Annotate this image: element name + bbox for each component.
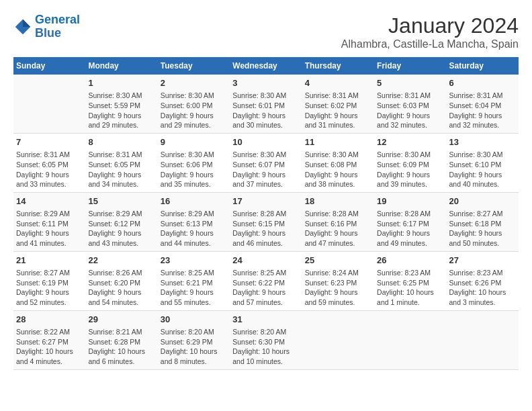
day-number: 10 — [232, 136, 299, 148]
calendar-cell: 29Sunrise: 8:21 AM Sunset: 6:28 PM Dayli… — [85, 310, 157, 369]
calendar-cell: 20Sunrise: 8:27 AM Sunset: 6:18 PM Dayli… — [447, 192, 519, 251]
cell-info: Sunrise: 8:27 AM Sunset: 6:18 PM Dayligh… — [449, 209, 516, 248]
cell-info: Sunrise: 8:30 AM Sunset: 6:06 PM Dayligh… — [161, 150, 227, 189]
calendar-week-row: 14Sunrise: 8:29 AM Sunset: 6:11 PM Dayli… — [13, 192, 519, 251]
cell-info: Sunrise: 8:27 AM Sunset: 6:19 PM Dayligh… — [16, 268, 83, 308]
cell-info: Sunrise: 8:28 AM Sunset: 6:17 PM Dayligh… — [377, 209, 443, 248]
weekday-header-sunday: Sunday — [13, 57, 85, 75]
calendar-cell: 18Sunrise: 8:28 AM Sunset: 6:16 PM Dayli… — [302, 192, 374, 251]
calendar-cell: 14Sunrise: 8:29 AM Sunset: 6:11 PM Dayli… — [13, 192, 85, 251]
day-number: 7 — [16, 136, 83, 148]
cell-info: Sunrise: 8:29 AM Sunset: 6:12 PM Dayligh… — [88, 209, 154, 248]
cell-info: Sunrise: 8:26 AM Sunset: 6:20 PM Dayligh… — [88, 268, 154, 308]
weekday-header-wednesday: Wednesday — [230, 57, 302, 75]
calendar-cell — [302, 310, 374, 369]
calendar-week-row: 7Sunrise: 8:31 AM Sunset: 6:05 PM Daylig… — [13, 133, 519, 192]
calendar-cell: 21Sunrise: 8:27 AM Sunset: 6:19 PM Dayli… — [13, 251, 85, 310]
calendar-cell: 13Sunrise: 8:30 AM Sunset: 6:10 PM Dayli… — [447, 133, 519, 192]
calendar-table: SundayMondayTuesdayWednesdayThursdayFrid… — [13, 57, 519, 370]
calendar-cell: 8Sunrise: 8:31 AM Sunset: 6:05 PM Daylig… — [85, 133, 157, 192]
cell-info: Sunrise: 8:20 AM Sunset: 6:29 PM Dayligh… — [161, 327, 227, 367]
calendar-cell: 3Sunrise: 8:30 AM Sunset: 6:01 PM Daylig… — [230, 75, 302, 133]
cell-info: Sunrise: 8:21 AM Sunset: 6:28 PM Dayligh… — [88, 327, 154, 367]
weekday-header-thursday: Thursday — [302, 57, 374, 75]
cell-info: Sunrise: 8:23 AM Sunset: 6:26 PM Dayligh… — [449, 268, 516, 308]
calendar-cell: 24Sunrise: 8:25 AM Sunset: 6:22 PM Dayli… — [230, 251, 302, 310]
calendar-cell: 7Sunrise: 8:31 AM Sunset: 6:05 PM Daylig… — [13, 133, 85, 192]
cell-info: Sunrise: 8:31 AM Sunset: 6:02 PM Dayligh… — [305, 91, 371, 130]
calendar-cell: 27Sunrise: 8:23 AM Sunset: 6:26 PM Dayli… — [447, 251, 519, 310]
day-number: 15 — [88, 195, 154, 208]
calendar-cell: 10Sunrise: 8:30 AM Sunset: 6:07 PM Dayli… — [230, 133, 302, 192]
day-number: 20 — [449, 195, 516, 208]
weekday-header-row: SundayMondayTuesdayWednesdayThursdayFrid… — [13, 57, 519, 75]
day-number: 21 — [16, 255, 83, 267]
calendar-cell: 11Sunrise: 8:30 AM Sunset: 6:08 PM Dayli… — [302, 133, 374, 192]
cell-info: Sunrise: 8:29 AM Sunset: 6:11 PM Dayligh… — [16, 209, 83, 248]
day-number: 13 — [449, 136, 516, 148]
day-number: 9 — [161, 136, 227, 148]
calendar-cell: 4Sunrise: 8:31 AM Sunset: 6:02 PM Daylig… — [302, 75, 374, 133]
cell-info: Sunrise: 8:30 AM Sunset: 5:59 PM Dayligh… — [88, 91, 154, 130]
cell-info: Sunrise: 8:25 AM Sunset: 6:21 PM Dayligh… — [161, 268, 227, 308]
calendar-cell: 31Sunrise: 8:20 AM Sunset: 6:30 PM Dayli… — [230, 310, 302, 369]
cell-info: Sunrise: 8:30 AM Sunset: 6:07 PM Dayligh… — [232, 150, 299, 189]
calendar-cell: 16Sunrise: 8:29 AM Sunset: 6:13 PM Dayli… — [158, 192, 230, 251]
calendar-cell — [13, 75, 85, 133]
day-number: 1 — [88, 77, 154, 89]
calendar-cell: 25Sunrise: 8:24 AM Sunset: 6:23 PM Dayli… — [302, 251, 374, 310]
cell-info: Sunrise: 8:31 AM Sunset: 6:04 PM Dayligh… — [449, 91, 516, 130]
title-block: January 2024 Alhambra, Castille-La Manch… — [341, 13, 519, 50]
day-number: 16 — [161, 195, 227, 208]
calendar-cell: 19Sunrise: 8:28 AM Sunset: 6:17 PM Dayli… — [374, 192, 446, 251]
calendar-cell — [447, 310, 519, 369]
calendar-week-row: 1Sunrise: 8:30 AM Sunset: 5:59 PM Daylig… — [13, 75, 519, 133]
cell-info: Sunrise: 8:28 AM Sunset: 6:16 PM Dayligh… — [305, 209, 371, 248]
day-number: 5 — [377, 77, 443, 89]
svg-marker-1 — [23, 19, 30, 27]
calendar-cell: 12Sunrise: 8:30 AM Sunset: 6:09 PM Dayli… — [374, 133, 446, 192]
cell-info: Sunrise: 8:28 AM Sunset: 6:15 PM Dayligh… — [232, 209, 299, 248]
cell-info: Sunrise: 8:20 AM Sunset: 6:30 PM Dayligh… — [232, 327, 299, 367]
day-number: 4 — [305, 77, 371, 89]
cell-info: Sunrise: 8:31 AM Sunset: 6:05 PM Dayligh… — [88, 150, 154, 189]
calendar-cell: 5Sunrise: 8:31 AM Sunset: 6:03 PM Daylig… — [374, 75, 446, 133]
day-number: 17 — [232, 195, 299, 208]
calendar-cell: 6Sunrise: 8:31 AM Sunset: 6:04 PM Daylig… — [447, 75, 519, 133]
day-number: 3 — [232, 77, 299, 89]
day-number: 12 — [377, 136, 443, 148]
cell-info: Sunrise: 8:30 AM Sunset: 6:09 PM Dayligh… — [377, 150, 443, 189]
weekday-header-tuesday: Tuesday — [158, 57, 230, 75]
day-number: 28 — [16, 314, 83, 326]
calendar-cell: 2Sunrise: 8:30 AM Sunset: 6:00 PM Daylig… — [158, 75, 230, 133]
calendar-cell: 15Sunrise: 8:29 AM Sunset: 6:12 PM Dayli… — [85, 192, 157, 251]
cell-info: Sunrise: 8:31 AM Sunset: 6:05 PM Dayligh… — [16, 150, 83, 189]
weekday-header-friday: Friday — [374, 57, 446, 75]
calendar-cell: 30Sunrise: 8:20 AM Sunset: 6:29 PM Dayli… — [158, 310, 230, 369]
day-number: 23 — [161, 255, 227, 267]
page-header: General Blue January 2024 Alhambra, Cast… — [13, 13, 519, 50]
weekday-header-monday: Monday — [85, 57, 157, 75]
day-number: 2 — [161, 77, 227, 89]
calendar-week-row: 21Sunrise: 8:27 AM Sunset: 6:19 PM Dayli… — [13, 251, 519, 310]
cell-info: Sunrise: 8:30 AM Sunset: 6:08 PM Dayligh… — [305, 150, 371, 189]
calendar-cell: 17Sunrise: 8:28 AM Sunset: 6:15 PM Dayli… — [230, 192, 302, 251]
calendar-subtitle: Alhambra, Castille-La Mancha, Spain — [341, 38, 519, 50]
calendar-cell — [374, 310, 446, 369]
cell-info: Sunrise: 8:24 AM Sunset: 6:23 PM Dayligh… — [305, 268, 371, 308]
calendar-cell: 9Sunrise: 8:30 AM Sunset: 6:06 PM Daylig… — [158, 133, 230, 192]
day-number: 19 — [377, 195, 443, 208]
cell-info: Sunrise: 8:30 AM Sunset: 6:00 PM Dayligh… — [161, 91, 227, 130]
logo-text: General Blue — [35, 13, 80, 40]
cell-info: Sunrise: 8:30 AM Sunset: 6:01 PM Dayligh… — [232, 91, 299, 130]
cell-info: Sunrise: 8:30 AM Sunset: 6:10 PM Dayligh… — [449, 150, 516, 189]
day-number: 8 — [88, 136, 154, 148]
day-number: 26 — [377, 255, 443, 267]
calendar-cell: 22Sunrise: 8:26 AM Sunset: 6:20 PM Dayli… — [85, 251, 157, 310]
day-number: 25 — [305, 255, 371, 267]
day-number: 31 — [232, 314, 299, 326]
calendar-cell: 23Sunrise: 8:25 AM Sunset: 6:21 PM Dayli… — [158, 251, 230, 310]
weekday-header-saturday: Saturday — [447, 57, 519, 75]
day-number: 22 — [88, 255, 154, 267]
day-number: 29 — [88, 314, 154, 326]
